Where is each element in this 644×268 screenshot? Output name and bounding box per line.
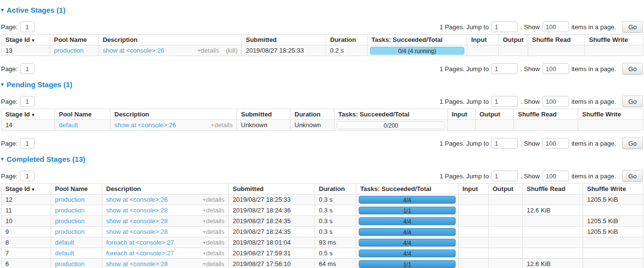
details-toggle-link[interactable]: +details [202, 249, 224, 257]
column-header[interactable]: Stage Id▾ [1, 109, 55, 120]
pool-name-link[interactable]: production [54, 47, 84, 54]
go-button[interactable]: Go [622, 137, 643, 149]
column-header[interactable]: Duration [315, 184, 356, 194]
pool-name-link[interactable]: production [55, 228, 85, 235]
go-button[interactable]: Go [622, 21, 643, 33]
stage-id-cell: 10 [1, 216, 51, 227]
pagination-bar: Page: 1 Pages. Jump to . Show items in a… [1, 63, 643, 75]
task-progress-bar: 4/4 [359, 196, 456, 204]
column-header[interactable]: Pool Name [51, 184, 102, 194]
column-header[interactable]: Submitted [237, 109, 291, 120]
page-number-input[interactable] [20, 96, 35, 107]
column-header[interactable]: Description [110, 109, 237, 120]
show-items-input[interactable] [542, 138, 569, 149]
details-toggle-link[interactable]: +details [202, 207, 224, 214]
column-header[interactable]: Stage Id▾ [1, 35, 50, 45]
stage-description-link[interactable]: show at <console>:26 [114, 121, 176, 129]
details-toggle-link[interactable]: +details [197, 47, 219, 54]
stage-description-link[interactable]: foreach at <console>:27 [106, 239, 174, 246]
page-number-input[interactable] [20, 21, 35, 32]
column-header[interactable]: Tasks: Succeeded/Total [334, 109, 448, 120]
stage-description-link[interactable]: show at <console>:28 [106, 260, 167, 268]
pending-stages-heading[interactable]: ▾ Pending Stages (1) [1, 80, 643, 89]
column-header[interactable]: Duration [291, 109, 334, 120]
shuffle-write-cell [578, 120, 644, 131]
details-toggle-link[interactable]: +details [202, 217, 224, 225]
column-header[interactable]: Output [476, 109, 514, 120]
stage-id-cell: 11 [1, 205, 51, 216]
pool-name-link[interactable]: production [55, 260, 85, 268]
pool-name-link[interactable]: production [55, 207, 85, 214]
pool-name-link[interactable]: default [55, 249, 74, 257]
jump-to-page-input[interactable] [491, 63, 518, 74]
shuffle-read-cell [523, 227, 583, 237]
column-header-label: Description [106, 185, 141, 192]
stage-row: 10productionshow at <console>:28+details… [1, 216, 644, 227]
stage-description-link[interactable]: show at <console>:26 [106, 196, 167, 203]
jump-to-page-input[interactable] [491, 171, 518, 181]
column-header[interactable]: Pool Name [50, 35, 99, 45]
stage-description-link[interactable]: show at <console>:28 [106, 207, 167, 214]
details-toggle-link[interactable]: +details [202, 239, 224, 246]
task-progress-bar: 4/4 [359, 217, 456, 225]
pages-count-text: 1 Pages. Jump to [440, 65, 489, 73]
pool-name-link[interactable]: production [55, 196, 85, 203]
show-items-input[interactable] [542, 171, 569, 181]
pool-name-link[interactable]: default [59, 121, 78, 129]
shuffle-write-cell [583, 259, 644, 268]
active-stages-heading[interactable]: ▾ Active Stages (1) [1, 6, 643, 14]
show-items-input[interactable] [542, 96, 569, 107]
pagination-bar: Page: 1 Pages. Jump to . Show items in a… [1, 137, 643, 149]
jump-to-page-input[interactable] [491, 21, 518, 32]
stage-row: 11productionshow at <console>:28+details… [1, 205, 644, 216]
page-number-input[interactable] [20, 171, 35, 181]
column-header[interactable]: Input [467, 35, 499, 45]
column-header[interactable]: Submitted [229, 184, 315, 194]
column-header[interactable]: Submitted [242, 35, 326, 45]
details-toggle-link[interactable]: +details [202, 228, 224, 235]
completed-stages-heading[interactable]: ▾ Completed Stages (13) [1, 155, 643, 163]
column-header[interactable]: Shuffle Read [514, 109, 578, 120]
column-header[interactable]: Shuffle Read [523, 184, 583, 194]
column-header[interactable]: Input [459, 184, 489, 194]
column-header[interactable]: Stage Id▾ [1, 184, 51, 194]
stage-description-link[interactable]: show at <console>:28 [106, 217, 167, 225]
go-button[interactable]: Go [622, 63, 643, 75]
go-button[interactable]: Go [622, 96, 643, 107]
column-header[interactable]: Description [99, 35, 242, 45]
task-progress-bar: 4/4 [359, 239, 456, 247]
page-number-input[interactable] [20, 63, 35, 74]
go-button[interactable]: Go [622, 170, 643, 182]
kill-stage-link[interactable]: (kill) [226, 47, 238, 54]
column-header[interactable]: Description [102, 184, 229, 194]
column-header[interactable]: Shuffle Read [528, 35, 585, 45]
pool-name-link[interactable]: production [55, 217, 85, 225]
column-header[interactable]: Output [499, 35, 528, 45]
column-header[interactable]: Tasks: Succeeded/Total [368, 35, 467, 45]
column-header[interactable]: Shuffle Write [583, 184, 644, 194]
column-header[interactable]: Duration [326, 35, 368, 45]
collapse-arrow-icon: ▾ [1, 82, 4, 87]
column-header[interactable]: Tasks: Succeeded/Total [356, 184, 459, 194]
column-header[interactable]: Shuffle Write [585, 35, 644, 45]
details-toggle-link[interactable]: +details [211, 121, 233, 129]
column-header[interactable]: Input [448, 109, 476, 120]
details-toggle-link[interactable]: +details [202, 260, 224, 268]
input-cell [459, 227, 489, 237]
jump-to-page-input[interactable] [491, 96, 518, 107]
pool-name-link[interactable]: default [55, 239, 74, 246]
column-header[interactable]: Output [489, 184, 523, 194]
pages-count-text: 1 Pages. Jump to [440, 23, 489, 31]
pool-name-cell: production [50, 45, 99, 56]
stage-description-link[interactable]: show at <console>:26 [103, 47, 164, 54]
show-items-input[interactable] [542, 63, 569, 74]
column-header[interactable]: Pool Name [55, 109, 110, 120]
show-items-input[interactable] [542, 21, 569, 32]
jump-to-page-input[interactable] [491, 138, 518, 149]
details-toggle-link[interactable]: +details [202, 196, 224, 203]
stage-description-link[interactable]: show at <console>:28 [106, 228, 167, 235]
stage-description-link[interactable]: foreach at <console>:27 [106, 249, 174, 257]
column-header-label: Stage Id [5, 185, 30, 192]
page-number-input[interactable] [20, 138, 35, 149]
column-header[interactable]: Shuffle Write [578, 109, 644, 120]
